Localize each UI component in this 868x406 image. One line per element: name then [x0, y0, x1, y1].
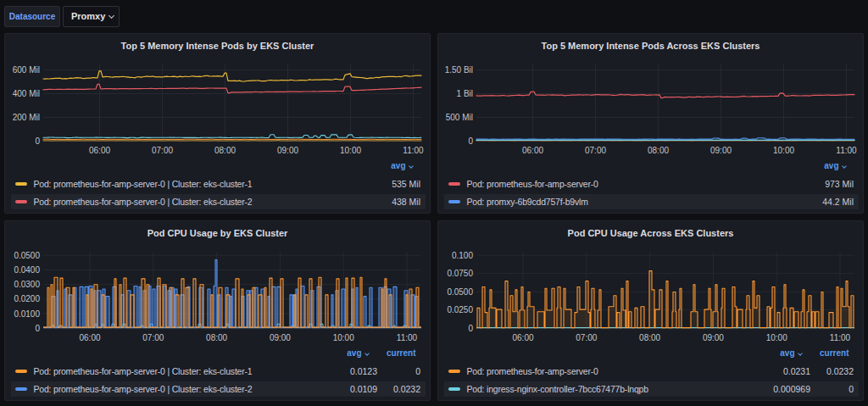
svg-text:0.0400: 0.0400 — [14, 265, 40, 275]
svg-text:0.0500: 0.0500 — [447, 287, 473, 297]
svg-text:400 Mil: 400 Mil — [13, 89, 40, 98]
svg-text:07:00: 07:00 — [585, 146, 606, 155]
svg-text:0.0750: 0.0750 — [447, 269, 473, 278]
svg-text:07:00: 07:00 — [576, 333, 597, 342]
svg-text:10:00: 10:00 — [333, 333, 354, 342]
svg-text:08:00: 08:00 — [648, 146, 669, 155]
svg-text:0: 0 — [35, 136, 40, 146]
svg-text:0.0100: 0.0100 — [14, 309, 40, 319]
svg-text:0: 0 — [468, 324, 473, 333]
svg-text:1.50 Bil: 1.50 Bil — [445, 65, 473, 75]
svg-text:11:00: 11:00 — [397, 333, 418, 342]
svg-text:11:00: 11:00 — [836, 146, 857, 155]
svg-text:09:00: 09:00 — [277, 146, 298, 155]
svg-text:500 Mil: 500 Mil — [446, 113, 473, 122]
svg-text:10:00: 10:00 — [773, 146, 794, 155]
svg-text:08:00: 08:00 — [214, 146, 236, 155]
svg-text:11:00: 11:00 — [830, 333, 851, 342]
svg-text:08:00: 08:00 — [206, 333, 227, 342]
svg-text:10:00: 10:00 — [766, 333, 787, 342]
svg-text:0.0250: 0.0250 — [447, 305, 473, 314]
svg-text:09:00: 09:00 — [270, 333, 291, 342]
svg-text:06:00: 06:00 — [89, 146, 110, 155]
svg-text:0: 0 — [468, 136, 473, 146]
svg-text:600 Mil: 600 Mil — [13, 65, 40, 75]
svg-text:1 Bil: 1 Bil — [457, 89, 473, 98]
svg-text:09:00: 09:00 — [710, 146, 732, 155]
svg-text:08:00: 08:00 — [639, 333, 660, 342]
svg-text:0.0300: 0.0300 — [14, 280, 40, 289]
svg-text:07:00: 07:00 — [152, 146, 173, 155]
svg-text:0.100: 0.100 — [452, 251, 473, 260]
svg-text:11:00: 11:00 — [403, 146, 424, 155]
svg-text:0.0500: 0.0500 — [14, 251, 40, 260]
svg-text:0.0200: 0.0200 — [14, 294, 40, 303]
svg-text:07:00: 07:00 — [142, 333, 164, 342]
svg-text:10:00: 10:00 — [340, 146, 361, 155]
svg-text:06:00: 06:00 — [512, 333, 533, 342]
svg-text:0: 0 — [35, 324, 40, 333]
svg-text:06:00: 06:00 — [79, 333, 100, 342]
svg-text:09:00: 09:00 — [703, 333, 724, 342]
svg-text:200 Mil: 200 Mil — [13, 113, 40, 122]
svg-text:06:00: 06:00 — [522, 146, 543, 155]
